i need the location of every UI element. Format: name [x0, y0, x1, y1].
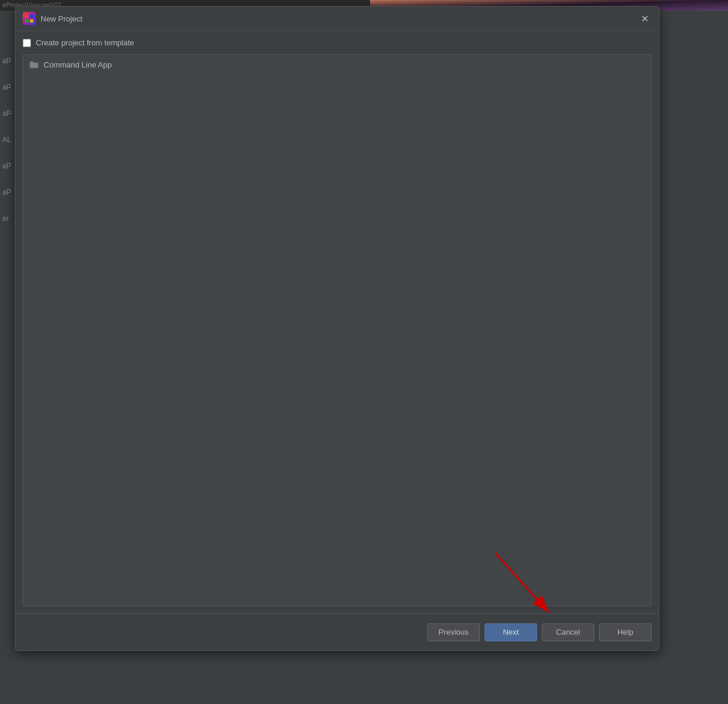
- dialog-app-icon: [23, 12, 36, 25]
- template-list[interactable]: Command Line App: [23, 54, 652, 606]
- new-project-dialog: New Project ✕ Create project from templa…: [15, 6, 659, 651]
- checkbox-label: Create project from template: [36, 38, 134, 47]
- sidebar-label-7: er: [0, 205, 14, 232]
- next-button[interactable]: Next: [485, 623, 537, 641]
- svg-rect-2: [25, 19, 29, 23]
- svg-rect-3: [30, 19, 33, 23]
- sidebar-label-4: AL: [0, 127, 14, 153]
- help-button[interactable]: Help: [599, 623, 652, 641]
- previous-button[interactable]: Previous: [427, 623, 480, 641]
- create-from-template-checkbox[interactable]: [23, 39, 31, 47]
- template-item-command-line-app[interactable]: Command Line App: [26, 57, 649, 72]
- close-button[interactable]: ✕: [637, 11, 652, 26]
- folder-icon: [29, 60, 39, 69]
- sidebar-label-6: aP: [0, 179, 14, 205]
- template-item-name: Command Line App: [44, 60, 112, 69]
- sidebar-label-3: aP: [0, 100, 14, 127]
- dialog-footer: Previous Next Cancel Help: [16, 613, 659, 650]
- dialog-content: Create project from template Command Lin…: [16, 31, 659, 613]
- sidebar-label-5: aP: [0, 153, 14, 179]
- titlebar-left: New Project: [23, 12, 82, 25]
- cancel-button[interactable]: Cancel: [542, 623, 594, 641]
- sidebar-label-2: aP: [0, 74, 14, 100]
- dialog-titlebar: New Project ✕: [16, 7, 659, 31]
- svg-rect-0: [25, 14, 29, 18]
- dialog-title: New Project: [41, 14, 82, 23]
- sidebar-label-1: aP: [0, 48, 14, 74]
- checkbox-row: Create project from template: [23, 38, 652, 47]
- sidebar-labels: aP aP aP AL aP aP er: [0, 48, 14, 232]
- svg-rect-1: [30, 14, 33, 18]
